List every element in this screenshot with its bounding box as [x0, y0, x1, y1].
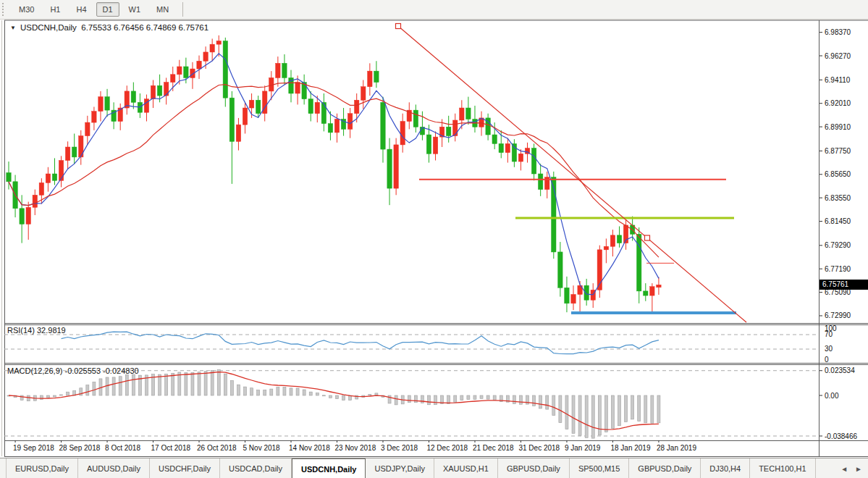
symbol-tab-eurusd-daily[interactable]: EURUSD,Daily [6, 458, 78, 478]
date-label: 17 Oct 2018 [151, 444, 191, 452]
rsi-label: RSI(14) 32.9819 [7, 326, 66, 335]
current-price-badge: 6.75761 [819, 280, 868, 290]
scroll-left-button[interactable]: ◄ [840, 465, 848, 473]
timeframe-button-m30[interactable]: M30 [12, 2, 41, 17]
price-tick: 6.83550 [825, 194, 851, 202]
mt4-window: M30H1H4D1W1MN 6.983706.962706.941106.920… [0, 0, 868, 478]
ohlc-values: 6.75533 6.76456 6.74869 6.75761 [81, 23, 208, 32]
price-tick: 6.85650 [825, 170, 851, 178]
date-label: 28 Sep 2018 [59, 444, 101, 452]
macd-tick: -0.038466 [825, 432, 857, 440]
date-label: 3 Dec 2018 [381, 444, 418, 452]
macd-tick: 0.00 [825, 392, 839, 400]
trendline-anchor[interactable] [396, 24, 401, 29]
macd-values: -0.025553 -0.024830 [64, 366, 138, 375]
price-tick: 6.77190 [825, 265, 851, 273]
macd-tick: 0.023534 [825, 366, 855, 374]
date-label: 5 Nov 2018 [243, 444, 281, 452]
date-label: 9 Jan 2019 [565, 444, 601, 452]
scroll-right-button[interactable]: ► [855, 465, 862, 473]
symbol-tab-gbpusd-daily[interactable]: GBPUSD,Daily [498, 458, 570, 478]
date-label: 26 Oct 2018 [197, 444, 237, 452]
date-label: 28 Jan 2019 [657, 444, 696, 452]
price-tick: 6.92010 [825, 99, 851, 107]
date-label: 18 Jan 2019 [610, 444, 650, 452]
symbol-tab-usdjpy-daily[interactable]: USDJPY,Daily [366, 458, 434, 478]
trendline-anchor[interactable] [645, 235, 650, 240]
timeframe-toolbar: M30H1H4D1W1MN [0, 0, 868, 20]
symbol-tab-dj30-h4[interactable]: DJ30,H4 [701, 458, 750, 478]
price-tick: 6.87750 [825, 147, 851, 155]
symbol-tabbar: EURUSD,DailyAUDUSD,DailyUSDCHF,DailyUSDC… [0, 458, 868, 478]
date-label: 12 Dec 2018 [426, 444, 468, 452]
toolbar-separator [182, 2, 183, 17]
date-label: 21 Dec 2018 [473, 444, 514, 452]
timeframe-buttons: M30H1H4D1W1MN [11, 2, 177, 17]
rsi-value: 32.9819 [37, 326, 66, 335]
symbol-title: USDCNH,Daily [20, 23, 77, 32]
price-tick: 6.94110 [825, 76, 851, 84]
tab-scrollers: ◄ ► [840, 458, 868, 478]
date-label: 8 Oct 2018 [105, 444, 140, 452]
timeframe-button-w1[interactable]: W1 [122, 2, 148, 17]
date-label: 23 Nov 2018 [335, 444, 376, 452]
symbol-tab-tech100-h1[interactable]: TECH100,H1 [750, 458, 815, 478]
price-tick: 6.98370 [825, 28, 851, 36]
rsi-tick: 70 [825, 330, 833, 338]
symbol-tab-usdcnh-daily[interactable]: USDCNH,Daily [292, 458, 366, 478]
symbol-tab-xauusd-h1[interactable]: XAUUSD,H1 [434, 458, 498, 478]
chart-canvas[interactable]: 6.983706.962706.941106.920106.899106.877… [0, 0, 868, 458]
symbol-tab-usdchf-daily[interactable]: USDCHF,Daily [150, 458, 220, 478]
price-tick: 6.79290 [825, 241, 851, 249]
price-tick: 6.96270 [825, 52, 851, 60]
timeframe-button-d1[interactable]: D1 [96, 2, 119, 17]
price-tick: 6.72990 [825, 311, 851, 319]
rsi-tick: 30 [825, 345, 833, 353]
rsi-tick: 0 [825, 356, 829, 364]
symbol-tab-usdcad-daily[interactable]: USDCAD,Daily [220, 458, 292, 478]
symbol-tab-gbpusd-daily[interactable]: GBPUSD,Daily [629, 458, 701, 478]
chevron-down-icon[interactable]: ▼ [10, 25, 16, 31]
timeframe-button-h1[interactable]: H1 [43, 2, 67, 17]
symbol-tab-audusd-daily[interactable]: AUDUSD,Daily [78, 458, 150, 478]
timeframe-button-mn[interactable]: MN [150, 2, 175, 17]
chart-header: ▼USDCNH,Daily 6.75533 6.76456 6.74869 6.… [10, 23, 208, 32]
macd-label: MACD(12,26,9) -0.025553 -0.024830 [7, 366, 139, 375]
date-label: 14 Nov 2018 [289, 444, 330, 452]
price-tick: 6.89910 [825, 123, 851, 131]
date-label: 31 Dec 2018 [518, 444, 560, 452]
toolbar-grip-handle[interactable] [2, 3, 7, 16]
timeframe-button-h4[interactable]: H4 [69, 2, 93, 17]
symbol-tab-sp500-m15[interactable]: SP500,M15 [570, 458, 629, 478]
date-label: 19 Sep 2018 [13, 444, 54, 452]
symbol-tabs: EURUSD,DailyAUDUSD,DailyUSDCHF,DailyUSDC… [0, 458, 816, 478]
price-tick: 6.81450 [825, 217, 851, 225]
